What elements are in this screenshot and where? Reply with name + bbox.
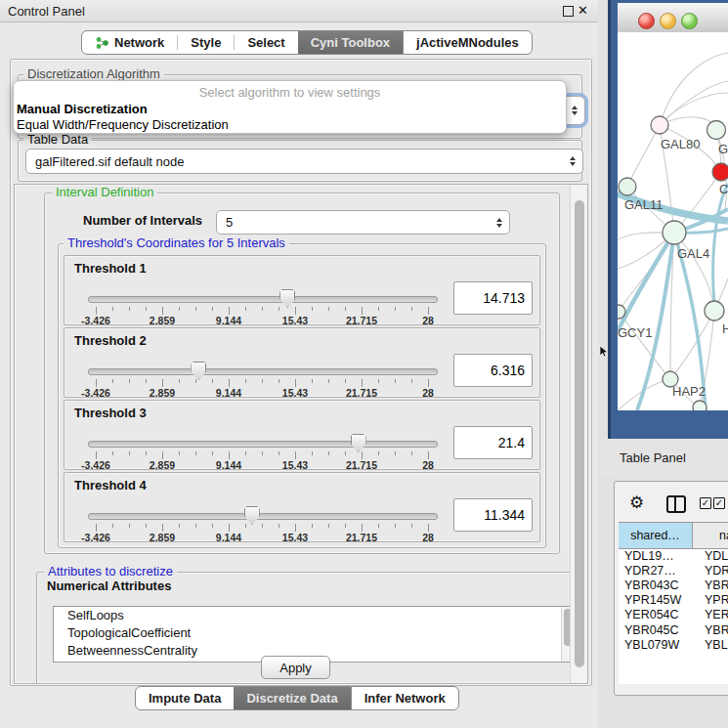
network-node[interactable] — [707, 121, 726, 140]
slider-thumb[interactable] — [279, 289, 295, 308]
network-node[interactable] — [618, 305, 625, 319]
table-row[interactable]: YDR27…YDR2 — [619, 563, 728, 578]
network-node[interactable] — [693, 401, 707, 410]
attribute-item[interactable]: SelfLoops — [54, 607, 574, 624]
attribute-item[interactable]: TopologicalCoefficient — [54, 624, 574, 642]
tick-label: 21.715 — [346, 459, 377, 471]
window-frame — [608, 0, 611, 439]
threshold-4-box: Threshold 4-3.4262.8599.14415.4321.71528… — [64, 472, 540, 542]
checkbox-checked-icon[interactable]: ✓ — [713, 497, 725, 509]
column-header-shared-name[interactable]: shared… — [619, 523, 693, 548]
tab-network[interactable]: Network — [82, 31, 177, 54]
node-label: HAP2 — [672, 384, 706, 399]
tick-label: 9.144 — [216, 532, 241, 543]
numerical-attributes-list[interactable]: SelfLoopsTopologicalCoefficientBetweenne… — [53, 606, 575, 663]
slider-thumb[interactable] — [244, 506, 260, 525]
table-rows[interactable]: YDL19…YDL1YDR27…YDR2YBR043CYBR0YPR145WYP… — [619, 548, 728, 653]
table-row[interactable]: YBR045CYBR0 — [619, 622, 728, 637]
threshold-slider[interactable]: -3.4262.8599.14415.4321.71528 — [88, 293, 436, 324]
combo-arrows-icon — [496, 218, 502, 228]
close-traffic-light-icon[interactable] — [638, 13, 655, 29]
table-header[interactable]: shared… na — [619, 522, 728, 549]
cyni-mode-tabbar: Impute Data Discretize Data Infer Networ… — [135, 686, 459, 710]
table-row[interactable]: YPR145WYPR1 — [619, 593, 728, 608]
node-label: GCY1 — [618, 325, 652, 340]
tick-label: 2.859 — [150, 532, 175, 543]
table-data-combobox[interactable]: galFiltered.sif default node — [25, 149, 583, 174]
interval-definition-label: Interval Definition — [52, 186, 157, 199]
tick-label: 21.715 — [346, 532, 377, 543]
threshold-value-field[interactable]: 11.344 — [453, 498, 533, 532]
threshold-label: Threshold 3 — [74, 406, 147, 420]
tab-style[interactable]: Style — [178, 31, 234, 54]
threshold-value-field[interactable]: 14.713 — [453, 281, 533, 315]
tick-label: -3.426 — [81, 387, 110, 399]
tab-jactivemnodules[interactable]: jActiveMNodules — [403, 31, 532, 54]
table-row[interactable]: YDL19…YDL1 — [619, 548, 728, 563]
threshold-slider[interactable]: -3.4262.8599.14415.4321.71528 — [88, 365, 436, 397]
tick-label: 9.144 — [216, 387, 241, 399]
algorithm-option-manual[interactable]: Manual Discretization — [17, 102, 148, 116]
tick-label: -3.426 — [81, 315, 110, 326]
table-panel-titlebar: Table Panel — [600, 439, 728, 476]
slider-thumb[interactable] — [191, 362, 206, 380]
table-row[interactable]: YBR043CYBR0 — [619, 578, 728, 592]
tick-label: 2.859 — [150, 459, 175, 471]
slider-thumb[interactable] — [351, 434, 366, 452]
table-row[interactable]: YBL079WYBL0 — [619, 637, 728, 652]
panel-scrollbar[interactable] — [570, 185, 587, 683]
tick-label: 21.715 — [346, 387, 377, 399]
threshold-value-field[interactable]: 6.316 — [453, 354, 533, 387]
tab-select[interactable]: Select — [235, 31, 297, 54]
numerical-attributes-label: Numerical Attributes — [47, 578, 171, 593]
tick-label: -3.426 — [81, 532, 110, 543]
number-of-intervals-combobox[interactable]: 5 — [216, 210, 510, 235]
network-canvas[interactable]: GAL80GACGAL11GAL4GCY1HHAP2 — [618, 32, 728, 410]
number-of-intervals-label: Number of Intervals — [83, 213, 202, 228]
threshold-slider[interactable]: -3.4262.8599.14415.4321.71528 — [88, 438, 436, 469]
checkbox-checked-icon[interactable]: ✓ — [700, 497, 711, 509]
node-label: GAL4 — [677, 246, 709, 261]
tick-label: 15.43 — [282, 315, 308, 326]
tab-infer-network[interactable]: Infer Network — [351, 687, 458, 709]
threshold-3-box: Threshold 3-3.4262.8599.14415.4321.71528… — [64, 400, 540, 470]
split-columns-icon[interactable] — [666, 495, 686, 513]
table-row[interactable]: YLR345WYLR3 — [619, 652, 728, 653]
apply-button[interactable]: Apply — [261, 656, 330, 679]
tab-cyni-toolbox[interactable]: Cyni Toolbox — [298, 31, 403, 54]
minimize-traffic-light-icon[interactable] — [660, 13, 676, 29]
attributes-group-label: Attributes to discretize — [44, 565, 177, 578]
node-table[interactable]: shared… na YDL19…YDL1YDR27…YDR2YBR043CYB… — [619, 522, 728, 684]
network-node[interactable] — [619, 178, 636, 195]
network-view-window: GAL80GACGAL11GAL4GCY1HHAP2 — [608, 0, 728, 439]
threshold-slider[interactable]: -3.4262.8599.14415.4321.71528 — [88, 510, 436, 541]
node-label: C — [719, 182, 728, 196]
tick-label: 28 — [422, 532, 434, 543]
threshold-label: Threshold 1 — [74, 261, 147, 276]
network-node[interactable] — [712, 163, 728, 181]
table-data-label: Table Data — [23, 133, 92, 147]
tab-discretize-data[interactable]: Discretize Data — [234, 687, 350, 709]
network-node[interactable] — [705, 301, 724, 321]
control-panel-titlebar: Control Panel — [0, 0, 598, 22]
tick-label: 28 — [422, 387, 434, 399]
network-node[interactable] — [663, 221, 686, 244]
float-window-icon[interactable] — [563, 6, 574, 17]
tick-label: 21.715 — [346, 315, 377, 326]
column-header-name[interactable]: na — [693, 523, 728, 548]
gear-icon[interactable]: ⚙ — [629, 492, 644, 512]
threshold-value-field[interactable]: 21.4 — [453, 426, 533, 459]
node-label: GAL11 — [624, 197, 664, 212]
network-node[interactable] — [651, 116, 668, 134]
network-window-titlebar[interactable] — [618, 3, 728, 33]
close-icon[interactable]: ✕ — [578, 3, 588, 18]
tab-impute-data[interactable]: Impute Data — [136, 687, 234, 709]
combo-arrows-icon — [572, 106, 578, 115]
control-panel-tabbar: Network Style Select Cyni Toolbox jActiv… — [81, 30, 533, 55]
zoom-traffic-light-icon[interactable] — [681, 13, 698, 29]
threshold-label: Threshold 2 — [74, 333, 147, 348]
threshold-1-box: Threshold 1-3.4262.8599.14415.4321.71528… — [64, 255, 540, 325]
tick-label: 15.43 — [282, 459, 308, 471]
table-row[interactable]: YER054CYER0 — [619, 608, 728, 622]
algorithm-option-equal-width[interactable]: Equal Width/Frequency Discretization — [17, 117, 229, 132]
